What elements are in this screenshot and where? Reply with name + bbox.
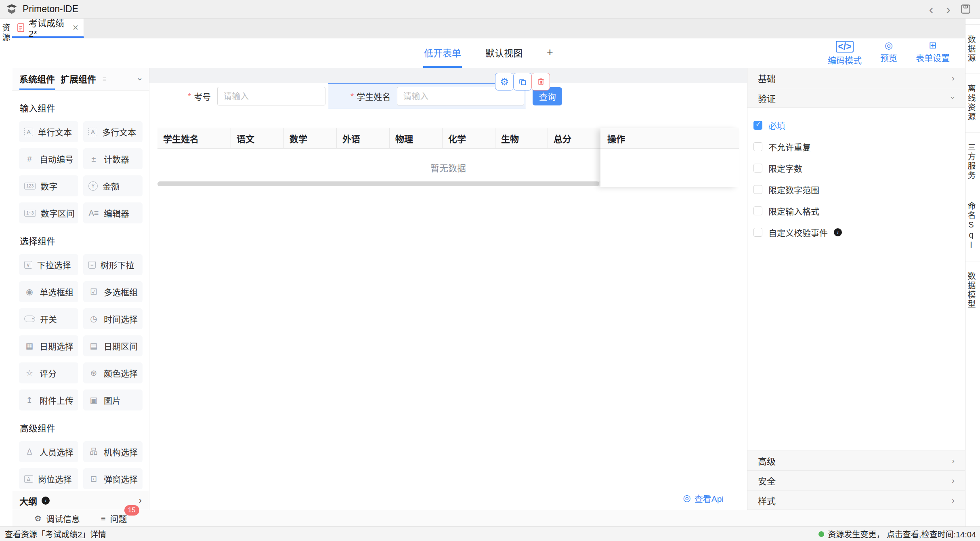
add-view-button[interactable]: + (546, 38, 554, 68)
column-header[interactable]: 语文 (231, 128, 284, 148)
component-grid: ♙人员选择 品机构选择 ♙岗位选择 ⊡弹窗选择 (19, 441, 142, 489)
component-item[interactable]: ≡树形下拉 (83, 254, 143, 275)
component-item[interactable]: ↥附件上传 (19, 389, 78, 410)
column-header[interactable]: 外语 (337, 128, 390, 148)
component-item[interactable]: ◉单选框组 (19, 281, 78, 302)
debug-info-button[interactable]: ⚙ 调试信息 (34, 512, 80, 524)
component-item[interactable]: ♙人员选择 (19, 441, 78, 462)
component-item[interactable]: 1~3数字区间 (19, 202, 78, 223)
component-item[interactable]: 品机构选择 (83, 441, 143, 462)
column-header[interactable]: 总分 (548, 128, 600, 148)
component-label: 单选框组 (40, 286, 73, 298)
column-header[interactable]: 生物 (495, 128, 548, 148)
editor-icon: A≡ (88, 209, 99, 217)
nav-back-icon[interactable]: ‹ (929, 3, 934, 15)
strip-item-third-party-service[interactable]: 三方服务 (965, 132, 980, 191)
nav-forward-icon[interactable]: › (946, 3, 951, 15)
component-label: 机构选择 (104, 446, 138, 458)
problems-button[interactable]: ≡ 问题 15 (101, 512, 127, 524)
column-header[interactable]: 操作 (600, 128, 739, 149)
strip-item-named-sql[interactable]: 命名Sql (965, 191, 980, 261)
strip-item-offline-resource[interactable]: 离线资源 (965, 74, 980, 132)
status-right[interactable]: 资源发生变更， 点击查看,检查时间:14:04 (818, 528, 976, 540)
checkbox[interactable] (753, 185, 762, 194)
section-validation[interactable]: 验证 › (747, 88, 965, 108)
strip-item-data-model[interactable]: 数据模型 (965, 261, 980, 320)
option-required[interactable]: 必填 (753, 119, 965, 131)
form-settings-button[interactable]: ⊞ 表单设置 (916, 41, 950, 66)
outline-info-icon[interactable]: i (42, 497, 50, 505)
option-limit-length[interactable]: 限定字数 (753, 162, 965, 174)
resource-strip[interactable]: 资源 (0, 19, 12, 526)
checkbox-checked[interactable] (753, 121, 762, 130)
section-advanced[interactable]: 高级 › (747, 450, 965, 470)
form-file-icon (17, 23, 25, 32)
field-copy-button[interactable] (513, 73, 532, 91)
panel-collapse-chevron-icon[interactable]: › (136, 78, 145, 81)
tab-system-components[interactable]: 系统组件 (19, 68, 55, 90)
number-icon: 123 (24, 183, 36, 189)
code-mode-button[interactable]: </> 编码模式 (828, 41, 862, 66)
component-item[interactable]: 123数字 (19, 175, 78, 196)
column-header[interactable]: 化学 (443, 128, 495, 148)
component-item[interactable]: ●开关 (19, 308, 78, 329)
save-icon[interactable] (960, 4, 971, 15)
component-item[interactable]: ¥金额 (83, 175, 143, 196)
checkbox-group-icon: ☑ (88, 288, 99, 296)
field-delete-button[interactable] (531, 73, 550, 91)
component-item[interactable]: ⊛颜色选择 (83, 362, 143, 383)
component-item[interactable]: #自动编号 (19, 148, 78, 169)
info-icon[interactable]: i (834, 228, 842, 236)
section-style[interactable]: 样式 › (747, 490, 965, 510)
component-item[interactable]: ☑多选框组 (83, 281, 143, 302)
component-item[interactable]: ☆评分 (19, 362, 78, 383)
file-tab[interactable]: 考试成绩2* ✕ (12, 19, 84, 38)
tab-lowcode-form[interactable]: 低开表单 (423, 38, 462, 68)
option-limit-number-range[interactable]: 限定数字范围 (753, 183, 965, 196)
component-item[interactable]: ▣图片 (83, 389, 143, 410)
exam-number-input[interactable] (217, 87, 325, 105)
color-picker-icon: ⊛ (88, 369, 99, 377)
component-item[interactable]: A单行文本 (19, 121, 78, 142)
option-custom-validation-event[interactable]: 自定义校验事件 i (753, 226, 965, 238)
component-item[interactable]: ±计数器 (83, 148, 143, 169)
outline-expand-chevron-icon[interactable]: › (139, 495, 142, 506)
preview-button[interactable]: ◎ 预览 (880, 41, 897, 66)
column-header[interactable]: 物理 (390, 128, 443, 148)
component-label: 开关 (40, 313, 57, 325)
checkbox[interactable] (753, 142, 762, 151)
section-security[interactable]: 安全 › (747, 470, 965, 490)
view-api-link[interactable]: ◎ 查看Api (683, 492, 724, 504)
component-item[interactable]: ∨下拉选择 (19, 254, 78, 275)
component-list-icon[interactable]: ≡ (103, 76, 106, 83)
scrollbar-thumb[interactable] (157, 181, 599, 186)
status-left-text[interactable]: 查看资源「考试成绩2」详情 (5, 528, 106, 540)
section-basic[interactable]: 基础 › (747, 68, 965, 88)
field-settings-button[interactable]: ⚙ (495, 73, 514, 91)
selected-field-wrapper[interactable]: * 学生姓名 ⚙ (328, 83, 526, 109)
problems-label: 问题 (110, 512, 127, 524)
checkbox[interactable] (753, 228, 762, 237)
resource-strip-label[interactable]: 资源 (0, 23, 12, 526)
strip-item-datasource[interactable]: 数据源 (965, 24, 980, 74)
component-item[interactable]: ◷时间选择 (83, 308, 143, 329)
position-select-icon: ♙ (24, 475, 33, 483)
properties-panel: 基础 › 验证 › 必填 不允许重复 (747, 68, 965, 510)
component-item[interactable]: ⊡弹窗选择 (83, 468, 143, 489)
tab-extension-components[interactable]: 扩展组件 (61, 68, 96, 90)
checkbox[interactable] (753, 164, 762, 173)
component-item[interactable]: ▤日期区间 (83, 335, 143, 356)
components-panel: 系统组件 扩展组件 ≡ › 输入组件 A单行文本 A多行文本 #自动编号 ±计数… (12, 68, 149, 510)
option-no-duplicate[interactable]: 不允许重复 (753, 141, 965, 153)
column-header[interactable]: 学生姓名 (157, 128, 231, 148)
component-item[interactable]: ▦日期选择 (19, 335, 78, 356)
option-limit-input-format[interactable]: 限定输入格式 (753, 205, 965, 217)
component-item[interactable]: A多行文本 (83, 121, 143, 142)
checkbox[interactable] (753, 206, 762, 215)
column-header[interactable]: 数学 (284, 128, 337, 148)
component-item[interactable]: ♙岗位选择 (19, 468, 78, 489)
tab-default-view[interactable]: 默认视图 (485, 38, 523, 68)
workspace: 系统组件 扩展组件 ≡ › 输入组件 A单行文本 A多行文本 #自动编号 ±计数… (12, 68, 965, 510)
component-item[interactable]: A≡编辑器 (83, 202, 143, 223)
close-tab-icon[interactable]: ✕ (72, 23, 79, 32)
